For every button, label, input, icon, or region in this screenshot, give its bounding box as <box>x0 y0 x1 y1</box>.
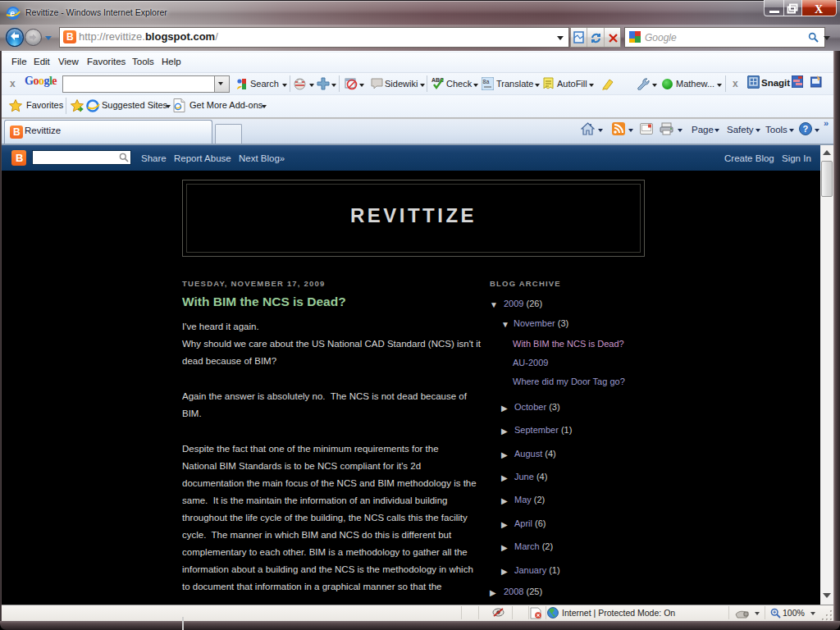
svg-text:X: X <box>815 3 823 14</box>
svg-text:?: ? <box>803 124 809 134</box>
svg-text:e: e <box>10 8 15 18</box>
svg-text:8a: 8a <box>483 79 490 84</box>
